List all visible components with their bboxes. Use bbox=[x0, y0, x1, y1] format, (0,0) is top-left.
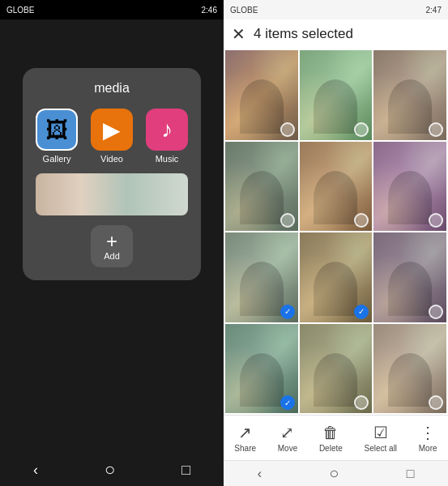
home-nav-right[interactable]: ○ bbox=[329, 464, 339, 483]
gallery-item[interactable]: 🖼 Gallery bbox=[36, 109, 78, 164]
photo-cell-12[interactable] bbox=[373, 324, 446, 414]
carrier-left: GLOBE bbox=[6, 6, 34, 15]
gallery-icon: 🖼 bbox=[45, 117, 68, 143]
status-bar-left: GLOBE 2:46 bbox=[0, 0, 224, 19]
delete-button[interactable]: 🗑 Delete bbox=[319, 424, 343, 453]
more-icon: ⋮ bbox=[420, 423, 436, 442]
check-1[interactable] bbox=[280, 122, 295, 137]
video-icon-box[interactable]: ▶ bbox=[91, 109, 133, 151]
check-6[interactable] bbox=[429, 213, 443, 228]
gallery-label: Gallery bbox=[43, 154, 71, 164]
video-label: Video bbox=[100, 154, 123, 164]
media-title: media bbox=[94, 81, 130, 96]
photo-cell-6[interactable] bbox=[373, 142, 446, 232]
more-button[interactable]: ⋮ More bbox=[419, 423, 437, 453]
move-icon: ⤢ bbox=[280, 423, 294, 442]
music-icon-box[interactable]: ♪ bbox=[146, 109, 188, 151]
photo-grid: ✓ ✓ ✓ bbox=[224, 49, 448, 415]
check-3[interactable] bbox=[429, 122, 443, 137]
video-icon: ▶ bbox=[103, 117, 121, 143]
share-label: Share bbox=[234, 444, 256, 453]
move-button[interactable]: ⤢ Move bbox=[278, 423, 297, 453]
check-4[interactable] bbox=[280, 213, 295, 228]
add-button[interactable]: + Add bbox=[91, 225, 133, 267]
add-label: Add bbox=[104, 251, 120, 261]
media-card: media 🖼 Gallery ▶ Video ♪ Music bbox=[23, 68, 201, 280]
nav-bar-right: ‹ ○ □ bbox=[224, 460, 448, 486]
select-all-button[interactable]: ☑ Select all bbox=[365, 423, 398, 453]
status-bar-right: GLOBE 2:47 bbox=[224, 0, 448, 19]
carrier-right: GLOBE bbox=[230, 6, 258, 15]
delete-icon: 🗑 bbox=[322, 424, 339, 442]
music-icon: ♪ bbox=[161, 117, 173, 143]
photo-cell-9[interactable] bbox=[373, 232, 446, 322]
left-panel: GLOBE 2:46 media 🖼 Gallery ▶ Video ♪ bbox=[0, 0, 224, 486]
check-10[interactable]: ✓ bbox=[280, 395, 295, 410]
recent-nav-left[interactable]: □ bbox=[181, 462, 190, 479]
home-nav-left[interactable]: ○ bbox=[105, 459, 115, 480]
check-8[interactable]: ✓ bbox=[354, 305, 369, 319]
photo-cell-10[interactable]: ✓ bbox=[225, 324, 298, 414]
photo-cell-1[interactable] bbox=[225, 50, 298, 140]
media-icons-row: 🖼 Gallery ▶ Video ♪ Music bbox=[36, 109, 188, 164]
check-7[interactable]: ✓ bbox=[280, 305, 295, 319]
items-selected-label: items selected bbox=[265, 26, 353, 41]
check-12[interactable] bbox=[429, 395, 443, 410]
top-bar: ✕ 4 items selected bbox=[224, 19, 448, 49]
share-icon: ↗ bbox=[238, 423, 252, 442]
photo-cell-5[interactable] bbox=[300, 142, 373, 232]
time-right: 2:47 bbox=[426, 6, 442, 15]
video-item[interactable]: ▶ Video bbox=[91, 109, 133, 164]
back-nav-right[interactable]: ‹ bbox=[258, 467, 262, 481]
right-panel: GLOBE 2:47 ✕ 4 items selected bbox=[224, 0, 448, 486]
photo-cell-3[interactable] bbox=[373, 50, 446, 140]
more-label: More bbox=[419, 444, 437, 453]
move-label: Move bbox=[278, 444, 297, 453]
music-item[interactable]: ♪ Music bbox=[146, 109, 188, 164]
delete-label: Delete bbox=[319, 444, 343, 453]
check-2[interactable] bbox=[354, 122, 369, 137]
photo-cell-8[interactable]: ✓ bbox=[300, 232, 373, 322]
photo-cell-11[interactable] bbox=[300, 324, 373, 414]
select-all-label: Select all bbox=[365, 444, 398, 453]
add-icon: + bbox=[106, 232, 117, 251]
bottom-toolbar: ↗ Share ⤢ Move 🗑 Delete ☑ Select all ⋮ M… bbox=[224, 415, 448, 460]
check-9[interactable] bbox=[429, 305, 443, 319]
music-label: Music bbox=[156, 154, 179, 164]
nav-bar-left: ‹ ○ □ bbox=[0, 454, 224, 486]
close-button[interactable]: ✕ bbox=[232, 26, 245, 42]
share-button[interactable]: ↗ Share bbox=[234, 423, 256, 453]
time-left: 2:46 bbox=[202, 6, 217, 15]
photo-cell-4[interactable] bbox=[225, 142, 298, 232]
select-all-icon: ☑ bbox=[373, 423, 388, 442]
photo-cell-2[interactable] bbox=[300, 50, 373, 140]
back-nav-left[interactable]: ‹ bbox=[33, 462, 38, 479]
gallery-icon-box[interactable]: 🖼 bbox=[36, 109, 78, 151]
recent-nav-right[interactable]: □ bbox=[407, 467, 415, 481]
count-number: 4 bbox=[254, 26, 261, 41]
media-preview bbox=[36, 173, 188, 215]
photo-cell-7[interactable]: ✓ bbox=[225, 232, 298, 322]
selected-count-text: 4 items selected bbox=[254, 26, 353, 42]
